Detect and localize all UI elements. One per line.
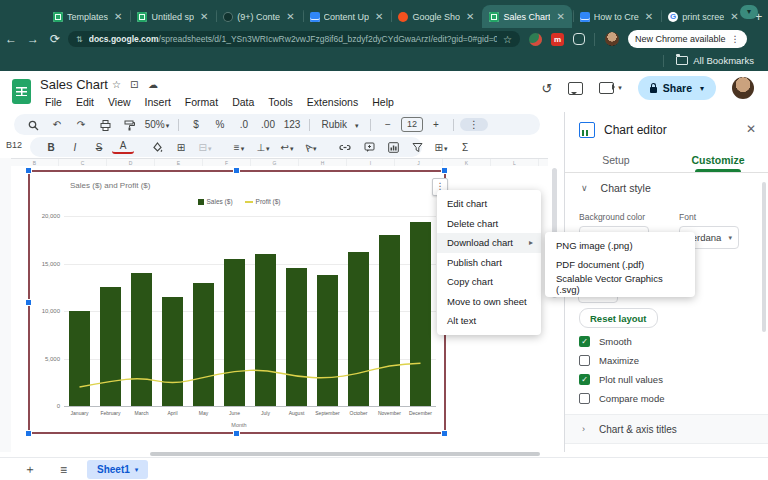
comments-icon[interactable] bbox=[568, 82, 583, 95]
insert-chart-icon[interactable] bbox=[382, 140, 404, 154]
context-menu-item-edit-chart[interactable]: Edit chart bbox=[437, 194, 541, 214]
vertical-align-icon[interactable]: ⊥▾ bbox=[252, 141, 274, 154]
italic-button[interactable]: I bbox=[64, 141, 86, 154]
chart-axis-titles-section[interactable]: › Chart & axis titles bbox=[565, 414, 768, 444]
fill-color-icon[interactable] bbox=[146, 140, 168, 154]
insert-link-icon[interactable] bbox=[334, 140, 356, 154]
checkbox-checked-icon[interactable]: ✓ bbox=[579, 374, 590, 385]
checkbox-row-smooth[interactable]: ✓Smooth bbox=[579, 336, 632, 347]
create-filter-icon[interactable] bbox=[406, 140, 428, 154]
chart-resize-handle[interactable] bbox=[233, 167, 240, 174]
context-menu-item-alt-text[interactable]: Alt text bbox=[437, 311, 541, 331]
extension-clip-icon[interactable] bbox=[573, 33, 585, 45]
more-formats-button[interactable]: 123 bbox=[281, 118, 303, 131]
decrease-decimal-button[interactable]: .0 bbox=[233, 118, 255, 131]
add-sheet-icon[interactable]: ＋ bbox=[24, 461, 36, 478]
reset-layout-button[interactable]: Reset layout bbox=[579, 308, 658, 328]
context-menu-item-move-to-own-sheet[interactable]: Move to own sheet bbox=[437, 292, 541, 312]
browser-tab-templates[interactable]: Templates✕ bbox=[46, 5, 129, 28]
strikethrough-button[interactable]: S bbox=[88, 141, 110, 154]
chart-resize-handle[interactable] bbox=[441, 167, 448, 174]
text-wrap-icon[interactable]: ↩▾ bbox=[276, 141, 298, 154]
format-currency-button[interactable]: $ bbox=[185, 118, 207, 131]
checkbox-row-compare-mode[interactable]: Compare mode bbox=[579, 393, 664, 404]
table-views-icon[interactable]: ⊞▾ bbox=[430, 141, 452, 154]
decrease-font-size-button[interactable]: − bbox=[377, 118, 399, 131]
tab-close-icon[interactable]: ✕ bbox=[200, 11, 208, 22]
sheets-logo-icon[interactable] bbox=[12, 79, 31, 104]
submenu-item-scalable-vector-graphics-svg[interactable]: Scalable Vector Graphics (.svg) bbox=[545, 274, 695, 293]
bold-button[interactable]: B bbox=[40, 141, 62, 154]
submenu-item-pdf-document-pdf[interactable]: PDF document (.pdf) bbox=[545, 255, 695, 274]
context-menu-item-publish-chart[interactable]: Publish chart bbox=[437, 253, 541, 273]
forward-icon[interactable]: → bbox=[22, 32, 44, 46]
format-percent-button[interactable]: % bbox=[209, 118, 231, 131]
tab-customize[interactable]: Customize bbox=[667, 148, 768, 172]
browser-profile-avatar[interactable] bbox=[605, 32, 619, 46]
browser-tab-9-conte[interactable]: (9+) Conte✕ bbox=[216, 5, 301, 28]
search-icon[interactable] bbox=[22, 118, 44, 132]
url-field[interactable]: ⇅ docs.google.com/spreadsheets/d/1_YSn3W… bbox=[68, 31, 520, 47]
panel-scrollbar[interactable] bbox=[762, 182, 766, 332]
context-menu-item-download-chart[interactable]: Download chart▸ bbox=[437, 233, 541, 253]
extension-adblock-icon[interactable] bbox=[529, 33, 542, 46]
print-icon[interactable] bbox=[94, 118, 116, 132]
tab-close-icon[interactable]: ✕ bbox=[286, 11, 294, 22]
extension-m-icon[interactable]: m bbox=[551, 33, 564, 46]
checkbox-unchecked-icon[interactable] bbox=[579, 355, 590, 366]
chart-resize-handle[interactable] bbox=[441, 430, 448, 437]
horizontal-align-icon[interactable]: ≡▾ bbox=[228, 141, 250, 154]
tab-close-icon[interactable]: ✕ bbox=[730, 11, 738, 22]
browser-menu-icon[interactable]: ⋮ bbox=[731, 34, 740, 44]
version-history-icon[interactable]: ↺ bbox=[541, 81, 552, 96]
sheet-tab-sheet1[interactable]: Sheet1 ▾ bbox=[87, 460, 148, 479]
chart-resize-handle[interactable] bbox=[25, 299, 32, 306]
increase-font-size-button[interactable]: + bbox=[425, 118, 447, 131]
tab-close-icon[interactable]: ✕ bbox=[556, 11, 564, 22]
menu-data[interactable]: Data bbox=[225, 94, 261, 110]
tab-close-icon[interactable]: ✕ bbox=[375, 11, 383, 22]
browser-tab-google-sho[interactable]: Google Sho✕ bbox=[391, 5, 481, 28]
context-menu-item-copy-chart[interactable]: Copy chart bbox=[437, 272, 541, 292]
back-icon[interactable]: ← bbox=[0, 32, 22, 46]
all-sheets-icon[interactable]: ≡ bbox=[60, 463, 67, 477]
zoom-select[interactable]: 50%▾ bbox=[142, 118, 172, 131]
chart-style-section-header[interactable]: ∨ Chart style bbox=[581, 182, 651, 194]
submenu-item-png-image-png[interactable]: PNG image (.png) bbox=[545, 236, 695, 255]
browser-tab-content-up[interactable]: Content Up✕ bbox=[303, 5, 391, 28]
checkbox-row-plot-null-values[interactable]: ✓Plot null values bbox=[579, 374, 663, 385]
paint-format-icon[interactable] bbox=[118, 118, 140, 132]
all-bookmarks-button[interactable]: All Bookmarks bbox=[693, 55, 754, 66]
menu-tools[interactable]: Tools bbox=[261, 94, 300, 110]
meet-button[interactable]: ▾ bbox=[599, 82, 622, 94]
checkbox-unchecked-icon[interactable] bbox=[579, 393, 590, 404]
share-dropdown-icon[interactable]: ▾ bbox=[700, 84, 704, 93]
menu-edit[interactable]: Edit bbox=[69, 94, 101, 110]
share-button[interactable]: Share ▾ bbox=[638, 76, 716, 100]
tab-close-icon[interactable]: ✕ bbox=[466, 11, 474, 22]
document-title[interactable]: Sales Chart bbox=[40, 77, 108, 92]
context-menu-item-delete-chart[interactable]: Delete chart bbox=[437, 214, 541, 234]
menu-extensions[interactable]: Extensions bbox=[300, 94, 365, 110]
browser-tab-how-to-cre[interactable]: How to Cre✕ bbox=[573, 5, 660, 28]
chrome-update-button[interactable]: New Chrome available ⋮ bbox=[628, 30, 747, 48]
site-settings-icon[interactable]: ⇅ bbox=[76, 35, 83, 44]
bookmark-star-icon[interactable]: ☆ bbox=[503, 34, 512, 45]
functions-icon[interactable]: Σ bbox=[454, 141, 476, 154]
tab-close-icon[interactable]: ✕ bbox=[645, 11, 653, 22]
menu-help[interactable]: Help bbox=[365, 94, 401, 110]
tab-setup[interactable]: Setup bbox=[565, 148, 667, 172]
menu-format[interactable]: Format bbox=[178, 94, 225, 110]
menu-insert[interactable]: Insert bbox=[138, 94, 178, 110]
font-select[interactable]: Rubik▾ bbox=[316, 118, 364, 131]
chart-resize-handle[interactable] bbox=[25, 167, 32, 174]
tab-close-icon[interactable]: ✕ bbox=[114, 11, 122, 22]
increase-decimal-button[interactable]: .00 bbox=[257, 118, 279, 131]
close-icon[interactable]: ✕ bbox=[746, 122, 756, 136]
checkbox-row-maximize[interactable]: Maximize bbox=[579, 355, 639, 366]
undo-icon[interactable]: ↶ bbox=[46, 118, 68, 131]
checkbox-checked-icon[interactable]: ✓ bbox=[579, 336, 590, 347]
reload-icon[interactable]: ⟳ bbox=[44, 32, 66, 46]
borders-icon[interactable]: ⊞ bbox=[170, 141, 192, 154]
font-size-input[interactable]: 12 bbox=[401, 117, 423, 132]
